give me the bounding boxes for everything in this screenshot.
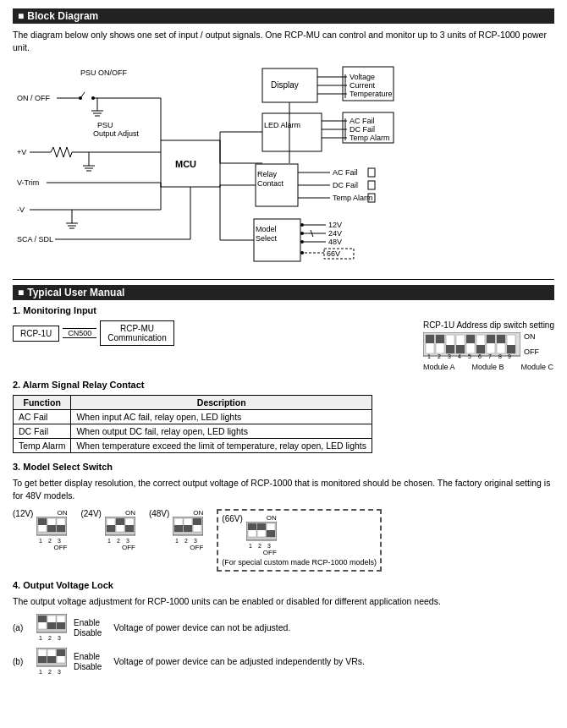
- svg-text:AC Fail: AC Fail: [333, 168, 358, 177]
- svg-text:Display: Display: [271, 80, 299, 90]
- svg-text:1: 1: [39, 669, 42, 675]
- alarm-cell-description: When output DC fail, relay open, LED lig…: [71, 424, 372, 439]
- svg-text:1: 1: [175, 538, 179, 544]
- svg-text:AC Fail: AC Fail: [350, 117, 375, 125]
- model-on-off: OFF: [190, 544, 203, 551]
- model-dip-switch: 123: [173, 517, 203, 544]
- svg-text:Output Adjust: Output Adjust: [93, 129, 140, 138]
- svg-text:12V: 12V: [328, 221, 342, 229]
- svg-rect-112: [487, 335, 495, 343]
- special-note: (For special custom made RCP-1000 models…: [222, 558, 377, 567]
- model-on-label: ON: [193, 509, 203, 517]
- monitoring-row-container: RCP-1U CN500 RCP-MU Communication RCP-1U…: [13, 320, 554, 371]
- svg-rect-134: [57, 525, 65, 532]
- svg-point-81: [300, 223, 304, 227]
- svg-text:4: 4: [458, 353, 461, 359]
- dip-9-svg: 1 2 3 4 5 6 7 8 9: [423, 332, 520, 359]
- svg-text:5: 5: [468, 353, 471, 359]
- monitoring-diagram: RCP-1U CN500 RCP-MU Communication: [13, 320, 174, 346]
- svg-text:1: 1: [427, 353, 431, 359]
- svg-text:24V: 24V: [328, 229, 342, 238]
- alarm-cell-description: When input AC fail, relay open, LED ligh…: [71, 410, 372, 424]
- svg-text:Temp Alarm: Temp Alarm: [350, 134, 390, 142]
- lock-dip: 123: [36, 614, 67, 641]
- svg-text:LED Alarm: LED Alarm: [264, 121, 300, 129]
- svg-rect-148: [174, 525, 183, 532]
- svg-rect-161: [257, 523, 266, 530]
- svg-text:3: 3: [267, 543, 271, 549]
- svg-text:2: 2: [438, 353, 441, 359]
- svg-text:3: 3: [194, 538, 197, 544]
- alarm-header-description: Description: [71, 396, 372, 410]
- section-divider: [13, 279, 554, 280]
- svg-text:ON / OFF: ON / OFF: [17, 94, 50, 102]
- svg-text:2: 2: [48, 669, 52, 675]
- block-diagram-section: ■ Block Diagram The diagram below only s…: [13, 8, 554, 267]
- svg-rect-158: [248, 523, 256, 530]
- svg-rect-116: [507, 345, 515, 353]
- model-on-off: OFF: [122, 544, 135, 551]
- alarm-signal-section: 2. Alarm Signal Relay Contact Function D…: [13, 380, 554, 453]
- svg-point-4: [79, 96, 82, 100]
- model-dip-switch: 123: [36, 517, 67, 544]
- voltage-lock-items: (a)123 Enable Disable Voltage of power d…: [13, 614, 554, 675]
- svg-rect-164: [267, 530, 275, 537]
- svg-text:Select: Select: [256, 234, 278, 243]
- svg-text:2: 2: [48, 635, 52, 641]
- svg-rect-106: [456, 345, 465, 353]
- svg-point-88: [300, 240, 304, 244]
- lock-disable: Disable: [74, 662, 102, 671]
- block-diagram-svg: PSU ON/OFF ON / OFF PSU Output Adjust +V: [13, 60, 554, 267]
- cn500-area: CN500: [63, 328, 96, 338]
- model-on-label: ON: [57, 509, 67, 517]
- model-on-off: OFF: [53, 544, 67, 551]
- lock-enable: Enable: [74, 652, 102, 661]
- alarm-signal-title: 2. Alarm Signal Relay Contact: [13, 380, 554, 390]
- model-special-item: (66V) ON 123 OFF (For special custom mad…: [217, 509, 382, 572]
- model-select-row: (12V)ON123OFF(24V)ON123OFF(48V)ON123OFF …: [13, 509, 554, 572]
- on-off-labels: ON OFF: [524, 332, 539, 356]
- svg-rect-108: [466, 335, 475, 343]
- svg-text:Contact: Contact: [257, 179, 284, 188]
- svg-text:3: 3: [58, 635, 61, 641]
- svg-text:SCA / SDL: SCA / SDL: [17, 235, 53, 244]
- alarm-cell-function: Temp Alarm: [14, 439, 71, 453]
- module-labels: Module A Module B Module C: [423, 363, 554, 371]
- svg-text:Voltage: Voltage: [350, 73, 375, 81]
- svg-rect-168: [38, 616, 47, 622]
- big-dip-area: 1 2 3 4 5 6 7 8 9 ON OFF: [423, 332, 554, 361]
- svg-text:DC Fail: DC Fail: [333, 181, 358, 189]
- lock-disable: Disable: [74, 628, 102, 638]
- svg-text:DC Fail: DC Fail: [350, 125, 375, 134]
- lock-id: (b): [13, 657, 30, 666]
- svg-text:1: 1: [39, 635, 42, 641]
- lock-dip: 123: [36, 648, 67, 675]
- model-voltage-label: (12V): [13, 509, 33, 518]
- monitoring-input-title: 1. Monitoring Input: [13, 305, 554, 315]
- block-diagram-description: The diagram below only shows one set of …: [13, 29, 554, 53]
- svg-text:2: 2: [184, 538, 188, 544]
- block-diagram-title: ■ Block Diagram: [13, 8, 554, 24]
- svg-rect-171: [47, 622, 56, 629]
- svg-text:1: 1: [39, 538, 42, 544]
- manual-title: ■ Typical User Manual: [13, 285, 554, 300]
- svg-text:PSU ON/OFF: PSU ON/OFF: [80, 68, 128, 77]
- svg-rect-141: [116, 518, 124, 525]
- lock-enable-disable: Enable Disable: [74, 652, 102, 671]
- lock-description: Voltage of power device can not be adjus…: [113, 622, 290, 632]
- lock-id: (a): [13, 623, 30, 632]
- alarm-table-header-row: Function Description: [14, 396, 372, 410]
- special-dip: ON 123 OFF: [246, 514, 277, 556]
- svg-rect-151: [184, 525, 192, 532]
- model-item: (48V)ON123OFF: [149, 509, 203, 551]
- model-voltage-label: (48V): [149, 509, 169, 518]
- lock-description: Voltage of power device can be adjusted …: [113, 656, 365, 666]
- lock-enable-disable: Enable Disable: [74, 618, 102, 638]
- svg-text:2: 2: [48, 538, 52, 544]
- svg-text:6: 6: [478, 353, 482, 359]
- big-dip-switch: 1 2 3 4 5 6 7 8 9: [423, 332, 520, 361]
- svg-rect-184: [57, 649, 65, 656]
- voltage-lock-row: (b)123 Enable Disable Voltage of power d…: [13, 648, 554, 675]
- svg-rect-104: [446, 345, 454, 353]
- svg-text:-V: -V: [17, 205, 25, 214]
